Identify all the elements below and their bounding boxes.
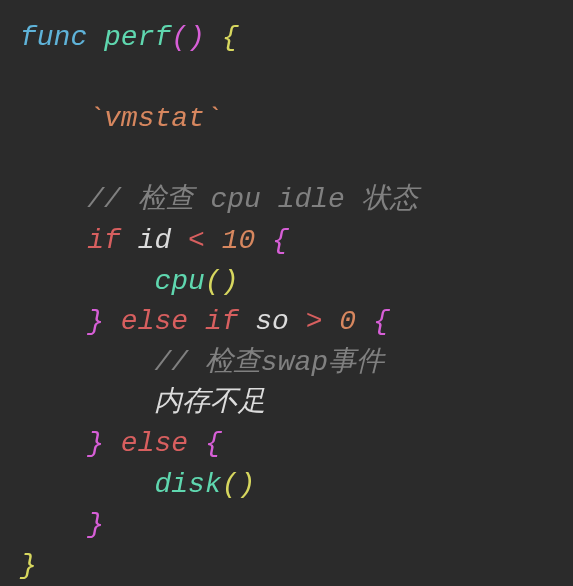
code-line-4: [20, 140, 553, 181]
keyword-if: if: [87, 225, 121, 256]
code-line-7: cpu(): [20, 262, 553, 303]
paren-pair: (): [171, 22, 205, 53]
number-literal: 10: [222, 225, 256, 256]
identifier: id: [138, 225, 172, 256]
template-string: `vmstat`: [87, 103, 221, 134]
identifier: so: [255, 306, 289, 337]
function-call: cpu: [154, 266, 204, 297]
brace-close: }: [87, 306, 104, 337]
comment: // 检查 cpu idle 状态: [87, 184, 417, 215]
operator: <: [188, 225, 205, 256]
code-line-14: }: [20, 546, 553, 586]
brace-close: }: [87, 509, 104, 540]
code-block: func perf() { `vmstat` // 检查 cpu idle 状态…: [20, 18, 553, 586]
function-call: disk: [154, 469, 221, 500]
code-line-11: } else {: [20, 424, 553, 465]
operator: >: [306, 306, 323, 337]
code-line-13: }: [20, 505, 553, 546]
comment: // 检查swap事件: [154, 347, 384, 378]
code-line-8: } else if so > 0 {: [20, 302, 553, 343]
keyword-else: else: [121, 306, 188, 337]
paren-pair: (): [205, 266, 239, 297]
plain-text: 内存不足: [154, 387, 266, 418]
code-line-10: 内存不足: [20, 383, 553, 424]
brace-open: {: [205, 22, 239, 53]
paren-pair: (): [222, 469, 256, 500]
function-name: perf: [104, 22, 171, 53]
code-line-1: func perf() {: [20, 18, 553, 59]
code-line-2: [20, 59, 553, 100]
brace-open: {: [205, 428, 222, 459]
code-line-3: `vmstat`: [20, 99, 553, 140]
brace-open: {: [272, 225, 289, 256]
keyword-else: else: [121, 428, 188, 459]
number-literal: 0: [339, 306, 356, 337]
brace-close: }: [20, 550, 37, 581]
brace-open: {: [373, 306, 390, 337]
keyword-func: func: [20, 22, 87, 53]
code-line-12: disk(): [20, 465, 553, 506]
keyword-if: if: [205, 306, 239, 337]
code-line-9: // 检查swap事件: [20, 343, 553, 384]
code-line-6: if id < 10 {: [20, 221, 553, 262]
code-line-5: // 检查 cpu idle 状态: [20, 180, 553, 221]
brace-close: }: [87, 428, 104, 459]
